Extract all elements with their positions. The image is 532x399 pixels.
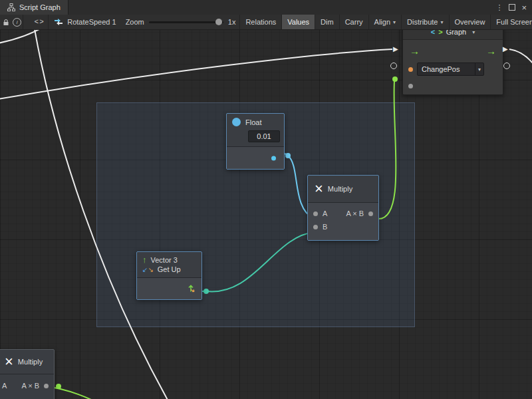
node-multiply[interactable]: × Multiply A A × B B [307, 175, 379, 241]
port-label-b: B [323, 223, 327, 231]
offscreen-connection-ring-left [390, 63, 397, 69]
dim-button[interactable]: Dim [315, 15, 339, 29]
variable-name-row: ChangePos ▾ [403, 61, 503, 77]
divider [0, 374, 54, 374]
title-bar: Script Graph ⋮ × [0, 0, 532, 15]
info-icon: i [13, 18, 21, 27]
port-label-output: A × B [346, 209, 364, 217]
flow-output-port[interactable]: → [486, 46, 496, 56]
flow-input-port[interactable]: → [410, 46, 420, 56]
port-row-a: A A × B [308, 207, 378, 220]
breadcrumb[interactable]: RotateSpeed 1 [49, 15, 121, 29]
multiply-input-b-port[interactable] [313, 225, 318, 229]
toolbar-button-group: Relations Values Dim Carry Align ▾ Distr… [239, 15, 532, 29]
node-title: Float [245, 118, 261, 126]
values-button[interactable]: Values [281, 15, 315, 29]
float-type-icon [232, 118, 241, 126]
distribute-button[interactable]: Distribute ▾ [401, 15, 448, 29]
flow-in-arrowhead-icon: ▶ [393, 46, 398, 53]
node-float[interactable]: Float 0.01 [226, 113, 285, 170]
graph-toolbar: i <> RotateSpeed 1 Zoom 1x Relations Val… [0, 15, 532, 30]
variable-name-dropdown[interactable]: ChangePos ▾ [417, 63, 484, 76]
node-multiply2-header: × Multiply [0, 350, 54, 374]
float-value: 0.01 [257, 132, 271, 140]
code-icon: <> [35, 18, 45, 26]
port-row-b: B [308, 220, 378, 233]
getup-icon: ↙↘ [142, 265, 154, 273]
chevron-down-icon: ▾ [393, 19, 396, 25]
multiply-input-a-port[interactable] [313, 211, 318, 216]
zoom-slider-handle[interactable] [215, 19, 222, 25]
carry-button[interactable]: Carry [339, 15, 368, 29]
multiply2-output-port[interactable] [44, 384, 49, 388]
node-set-variable[interactable]: < > Graph ▾ → → ChangePos ▾ [402, 24, 503, 95]
variable-value-row [403, 77, 503, 94]
node-title: Vector 3 [151, 256, 178, 264]
wire-dot-green-top [392, 76, 398, 82]
node-multiply-header: × Multiply [308, 176, 378, 202]
edit-graph-button[interactable]: <> [31, 15, 49, 29]
node-title: Multiply [18, 358, 43, 366]
port-label-a: A [2, 382, 7, 390]
script-graph-icon [7, 3, 15, 11]
info-button[interactable]: i [11, 15, 23, 29]
vector3-port-icon [187, 284, 196, 293]
flow-out-arrowhead-icon: ▶ [503, 46, 508, 53]
close-icon[interactable]: × [521, 3, 527, 12]
float-output-port[interactable] [271, 156, 276, 160]
node-multiply-partial[interactable]: × Multiply A A × B [0, 349, 55, 399]
maximize-icon[interactable] [509, 4, 515, 11]
offscreen-connection-ring-right [503, 63, 510, 69]
window-menu-icon[interactable]: ⋮ [495, 4, 503, 11]
relations-button[interactable]: Relations [239, 15, 281, 29]
vector3-icon: ↑ [142, 257, 147, 263]
graph-reference-icon [54, 18, 63, 26]
tab-title: Script Graph [19, 3, 61, 11]
port-label-output: A × B [21, 382, 39, 390]
variable-name-port[interactable] [408, 67, 413, 72]
zoom-slider[interactable] [149, 21, 223, 23]
node-vector3-header: ↑ Vector 3 ↙↘ Get Up [137, 252, 201, 277]
float-value-input[interactable]: 0.01 [248, 130, 280, 142]
node-float-header: Float [227, 114, 284, 130]
multiply-output-port[interactable] [368, 211, 373, 216]
port-row-a: A A × B [0, 378, 54, 393]
node-multiply-body: A A × B B [308, 203, 378, 240]
lock-button[interactable] [0, 15, 11, 29]
node-title: Multiply [328, 185, 352, 193]
zoom-label: Zoom [126, 18, 144, 26]
zoom-control: Zoom 1x [122, 15, 240, 29]
full-screen-button[interactable]: Full Screen [490, 15, 532, 29]
node-vector3-body [137, 278, 201, 299]
multiply-icon: × [5, 356, 13, 367]
overview-button[interactable]: Overview [449, 15, 491, 29]
multiply-icon: × [315, 184, 323, 194]
variable-value-port[interactable] [408, 84, 413, 88]
breadcrumb-label: RotateSpeed 1 [67, 18, 116, 26]
variable-flow-row: → → [403, 40, 503, 61]
node-subtitle: Get Up [158, 265, 181, 273]
variable-name-label: ChangePos [418, 65, 475, 73]
node-float-body [227, 147, 284, 169]
chevron-down-icon: ▾ [475, 63, 483, 75]
chevron-down-icon: ▾ [441, 19, 444, 25]
tab-script-graph[interactable]: Script Graph [0, 0, 68, 15]
window-controls: ⋮ × [495, 0, 532, 15]
zoom-value: 1x [228, 18, 236, 26]
node-vector3-getup[interactable]: ↑ Vector 3 ↙↘ Get Up [136, 251, 202, 300]
align-button[interactable]: Align ▾ [368, 15, 401, 29]
vector3-output-port[interactable] [187, 284, 196, 294]
port-label-a: A [323, 209, 327, 217]
lock-icon [3, 19, 9, 26]
